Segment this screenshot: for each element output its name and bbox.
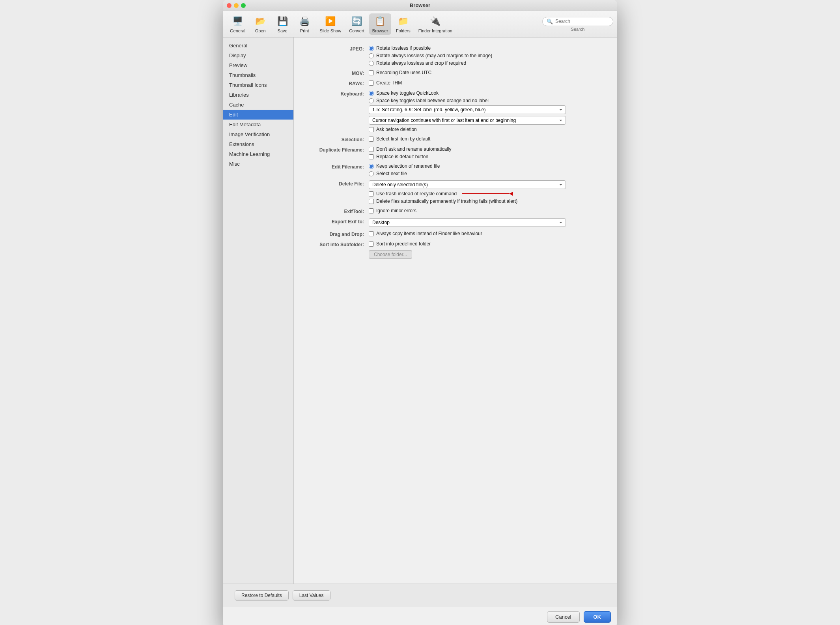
raws-checkbox-label: Create THM [376,80,402,86]
restore-defaults-button[interactable]: Restore to Defaults [235,590,289,601]
dup-checkbox-label-1: Don't ask and rename automatically [376,146,451,152]
close-button[interactable] [227,3,231,8]
toolbar-print[interactable]: 🖨️ Print [294,13,315,35]
exiftool-checkbox-label: Ignore minor errors [376,208,416,213]
export-exif-select[interactable]: Desktop [369,218,566,227]
keyboard-select-2[interactable]: Cursor navigation continues with first o… [369,116,566,125]
edit-filename-radio-label-2: Select next file [376,171,407,176]
edit-filename-radio-input-2[interactable] [369,171,374,176]
sort-subfolder-controls: Sort into predefined folder Choose folde… [369,241,605,259]
last-values-button[interactable]: Last Values [293,590,330,601]
raws-controls: Create THM [369,80,605,86]
delete-trash-row: Use trash instead of recycle command [369,191,605,196]
raws-label: RAWs: [306,80,369,86]
delete-file-dropdown: Delete only selected file(s) [369,180,605,189]
sort-subfolder-checkbox-input[interactable] [369,241,374,247]
delete-file-select[interactable]: Delete only selected file(s) [369,180,566,189]
dup-checkbox-label-2: Replace is default button [376,154,428,159]
drag-copy-checkbox[interactable] [369,231,374,236]
toolbar-slideshow-label: Slide Show [319,28,341,33]
window-title: Browser [410,2,430,8]
duplicate-filename-label: Duplicate Filename: [306,146,369,153]
toolbar-browser-label: Browser [372,28,388,33]
sidebar-item-libraries[interactable]: Libraries [223,90,293,100]
drag-drop-checkbox-1: Always copy items instead of Finder like… [369,231,605,236]
jpeg-radio-input-3[interactable] [369,61,374,66]
mov-checkbox-input[interactable] [369,70,374,75]
maximize-button[interactable] [241,3,246,8]
sidebar-item-image-verification[interactable]: Image Verification [223,129,293,139]
footer: Cancel OK [223,607,617,625]
cancel-button[interactable]: Cancel [547,611,579,623]
toolbar-folders[interactable]: 📁 Folders [393,13,414,35]
ok-button[interactable]: OK [584,611,611,623]
sidebar-item-preview[interactable]: Preview [223,60,293,70]
exiftool-checkbox-input[interactable] [369,208,374,213]
keyboard-label: Keyboard: [306,90,369,97]
keyboard-select-1[interactable]: 1-5: Set rating, 6-9: Set label (red, ye… [369,105,566,114]
toolbar-folders-label: Folders [396,28,411,33]
mov-label: MOV: [306,70,369,76]
export-exif-section: Export Exif to: Desktop [306,218,605,227]
drag-drop-controls: Always copy items instead of Finder like… [369,231,605,236]
selection-checkbox-input[interactable] [369,137,374,142]
search-label: Search [571,27,585,32]
sidebar-item-display[interactable]: Display [223,51,293,60]
jpeg-radio-input-2[interactable] [369,53,374,58]
sidebar-item-edit[interactable]: Edit [223,110,293,120]
raws-section: RAWs: Create THM [306,80,605,86]
drag-copy-label: Always copy items instead of Finder like… [376,231,482,236]
exiftool-section: ExifTool: Ignore minor errors [306,208,605,214]
toolbar-open[interactable]: 📂 Open [250,13,271,35]
sidebar-item-thumbnails[interactable]: Thumbnails [223,70,293,80]
sidebar-item-extensions[interactable]: Extensions [223,139,293,149]
duplicate-filename-section: Duplicate Filename: Don't ask and rename… [306,146,605,159]
delete-perm-checkbox[interactable] [369,199,374,204]
toolbar-slideshow[interactable]: ▶️ Slide Show [316,13,344,35]
toolbar-save[interactable]: 💾 Save [272,13,293,35]
ask-deletion-checkbox[interactable] [369,127,374,132]
toolbar-general[interactable]: 🖥️ General [227,13,248,35]
choose-folder-button[interactable]: Choose folder... [369,250,412,259]
keyboard-controls: Space key toggles QuickLook Space key to… [369,90,605,132]
sidebar-item-thumbnail-icons[interactable]: Thumbnail Icons [223,80,293,90]
toolbar-convert[interactable]: 🔄 Convert [346,13,368,35]
browser-icon: 📋 [374,15,386,28]
search-input[interactable] [555,19,609,24]
general-icon: 🖥️ [231,15,244,28]
finder-icon: 🔌 [429,15,442,28]
sidebar-item-misc[interactable]: Misc [223,159,293,169]
toolbar-convert-label: Convert [349,28,364,33]
dup-checkbox-input-2[interactable] [369,154,374,159]
mov-section: MOV: Recording Date uses UTC [306,70,605,76]
dup-checkbox-input-1[interactable] [369,147,374,152]
edit-filename-radio-1: Keep selection of renamed file [369,163,605,169]
keyboard-radio-input-1[interactable] [369,91,374,96]
raws-checkbox-input[interactable] [369,80,374,86]
sort-subfolder-checkbox-label: Sort into predefined folder [376,241,431,247]
sidebar-item-machine-learning[interactable]: Machine Learning [223,149,293,159]
keyboard-radio-input-2[interactable] [369,98,374,103]
open-icon: 📂 [254,15,267,28]
sidebar-item-edit-metadata[interactable]: Edit Metadata [223,120,293,129]
delete-file-controls: Delete only selected file(s) Use trash i… [369,180,605,204]
jpeg-radio-label-1: Rotate lossless if possible [376,45,431,51]
selection-section: Selection: Select first item by default [306,136,605,142]
toolbar-finder[interactable]: 🔌 Finder Integration [415,13,455,35]
edit-filename-radio-input-1[interactable] [369,164,374,169]
bottom-buttons-bar: Restore to Defaults Last Values [223,584,617,607]
exiftool-controls: Ignore minor errors [369,208,605,213]
minimize-button[interactable] [234,3,239,8]
keyboard-dropdown-2: Cursor navigation continues with first o… [369,116,605,125]
jpeg-radio-input-1[interactable] [369,46,374,51]
delete-trash-checkbox[interactable] [369,191,374,196]
keyboard-radio-label-1: Space key toggles QuickLook [376,90,439,96]
sidebar-item-cache[interactable]: Cache [223,100,293,110]
export-exif-controls: Desktop [369,218,605,227]
toolbar-browser[interactable]: 📋 Browser [369,13,391,35]
selection-controls: Select first item by default [369,136,605,142]
sort-subfolder-label: Sort into Subfolder: [306,241,369,247]
sidebar-item-general[interactable]: General [223,41,293,51]
search-box[interactable]: 🔍 [542,17,613,26]
sidebar: General Display Preview Thumbnails Thumb… [223,37,294,584]
